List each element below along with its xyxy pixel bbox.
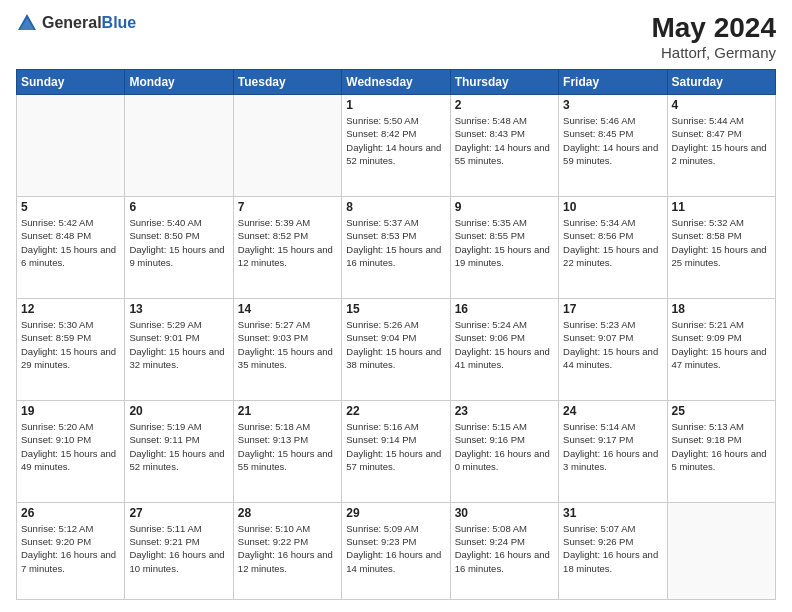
- cell-3-1: 20Sunrise: 5:19 AM Sunset: 9:11 PM Dayli…: [125, 400, 233, 502]
- cell-3-6: 25Sunrise: 5:13 AM Sunset: 9:18 PM Dayli…: [667, 400, 775, 502]
- cell-4-2: 28Sunrise: 5:10 AM Sunset: 9:22 PM Dayli…: [233, 502, 341, 599]
- day-number-31: 31: [563, 506, 662, 520]
- day-number-30: 30: [455, 506, 554, 520]
- day-info-24: Sunrise: 5:14 AM Sunset: 9:17 PM Dayligh…: [563, 420, 662, 473]
- cell-1-6: 11Sunrise: 5:32 AM Sunset: 8:58 PM Dayli…: [667, 196, 775, 298]
- cell-1-2: 7Sunrise: 5:39 AM Sunset: 8:52 PM Daylig…: [233, 196, 341, 298]
- cell-4-5: 31Sunrise: 5:07 AM Sunset: 9:26 PM Dayli…: [559, 502, 667, 599]
- day-number-18: 18: [672, 302, 771, 316]
- day-info-11: Sunrise: 5:32 AM Sunset: 8:58 PM Dayligh…: [672, 216, 771, 269]
- day-number-15: 15: [346, 302, 445, 316]
- day-info-3: Sunrise: 5:46 AM Sunset: 8:45 PM Dayligh…: [563, 114, 662, 167]
- col-monday: Monday: [125, 70, 233, 95]
- cell-3-5: 24Sunrise: 5:14 AM Sunset: 9:17 PM Dayli…: [559, 400, 667, 502]
- day-info-18: Sunrise: 5:21 AM Sunset: 9:09 PM Dayligh…: [672, 318, 771, 371]
- col-saturday: Saturday: [667, 70, 775, 95]
- col-thursday: Thursday: [450, 70, 558, 95]
- day-info-27: Sunrise: 5:11 AM Sunset: 9:21 PM Dayligh…: [129, 522, 228, 575]
- day-number-22: 22: [346, 404, 445, 418]
- day-number-20: 20: [129, 404, 228, 418]
- day-number-11: 11: [672, 200, 771, 214]
- week-row-3: 19Sunrise: 5:20 AM Sunset: 9:10 PM Dayli…: [17, 400, 776, 502]
- day-number-3: 3: [563, 98, 662, 112]
- day-number-13: 13: [129, 302, 228, 316]
- day-number-5: 5: [21, 200, 120, 214]
- day-info-17: Sunrise: 5:23 AM Sunset: 9:07 PM Dayligh…: [563, 318, 662, 371]
- day-info-7: Sunrise: 5:39 AM Sunset: 8:52 PM Dayligh…: [238, 216, 337, 269]
- cell-0-3: 1Sunrise: 5:50 AM Sunset: 8:42 PM Daylig…: [342, 95, 450, 197]
- day-number-7: 7: [238, 200, 337, 214]
- cell-3-3: 22Sunrise: 5:16 AM Sunset: 9:14 PM Dayli…: [342, 400, 450, 502]
- cell-1-5: 10Sunrise: 5:34 AM Sunset: 8:56 PM Dayli…: [559, 196, 667, 298]
- cell-1-1: 6Sunrise: 5:40 AM Sunset: 8:50 PM Daylig…: [125, 196, 233, 298]
- logo-icon: [16, 12, 38, 34]
- day-number-10: 10: [563, 200, 662, 214]
- day-number-27: 27: [129, 506, 228, 520]
- day-info-28: Sunrise: 5:10 AM Sunset: 9:22 PM Dayligh…: [238, 522, 337, 575]
- cell-2-0: 12Sunrise: 5:30 AM Sunset: 8:59 PM Dayli…: [17, 298, 125, 400]
- day-number-19: 19: [21, 404, 120, 418]
- day-info-13: Sunrise: 5:29 AM Sunset: 9:01 PM Dayligh…: [129, 318, 228, 371]
- logo-general: GeneralBlue: [42, 14, 136, 32]
- cell-4-6: [667, 502, 775, 599]
- day-number-1: 1: [346, 98, 445, 112]
- day-info-14: Sunrise: 5:27 AM Sunset: 9:03 PM Dayligh…: [238, 318, 337, 371]
- day-number-21: 21: [238, 404, 337, 418]
- day-number-24: 24: [563, 404, 662, 418]
- title-month: May 2024: [651, 12, 776, 44]
- title-location: Hattorf, Germany: [651, 44, 776, 61]
- day-number-14: 14: [238, 302, 337, 316]
- day-info-22: Sunrise: 5:16 AM Sunset: 9:14 PM Dayligh…: [346, 420, 445, 473]
- logo: GeneralBlue: [16, 12, 136, 34]
- day-number-4: 4: [672, 98, 771, 112]
- day-number-17: 17: [563, 302, 662, 316]
- day-number-9: 9: [455, 200, 554, 214]
- page: GeneralBlue May 2024 Hattorf, Germany Su…: [0, 0, 792, 612]
- day-number-29: 29: [346, 506, 445, 520]
- day-info-2: Sunrise: 5:48 AM Sunset: 8:43 PM Dayligh…: [455, 114, 554, 167]
- day-info-10: Sunrise: 5:34 AM Sunset: 8:56 PM Dayligh…: [563, 216, 662, 269]
- cell-3-4: 23Sunrise: 5:15 AM Sunset: 9:16 PM Dayli…: [450, 400, 558, 502]
- day-info-20: Sunrise: 5:19 AM Sunset: 9:11 PM Dayligh…: [129, 420, 228, 473]
- day-info-25: Sunrise: 5:13 AM Sunset: 9:18 PM Dayligh…: [672, 420, 771, 473]
- day-info-26: Sunrise: 5:12 AM Sunset: 9:20 PM Dayligh…: [21, 522, 120, 575]
- day-info-30: Sunrise: 5:08 AM Sunset: 9:24 PM Dayligh…: [455, 522, 554, 575]
- day-info-29: Sunrise: 5:09 AM Sunset: 9:23 PM Dayligh…: [346, 522, 445, 575]
- cell-2-2: 14Sunrise: 5:27 AM Sunset: 9:03 PM Dayli…: [233, 298, 341, 400]
- col-wednesday: Wednesday: [342, 70, 450, 95]
- cell-0-1: [125, 95, 233, 197]
- day-number-16: 16: [455, 302, 554, 316]
- cell-0-5: 3Sunrise: 5:46 AM Sunset: 8:45 PM Daylig…: [559, 95, 667, 197]
- day-number-25: 25: [672, 404, 771, 418]
- col-sunday: Sunday: [17, 70, 125, 95]
- col-tuesday: Tuesday: [233, 70, 341, 95]
- col-friday: Friday: [559, 70, 667, 95]
- cell-0-4: 2Sunrise: 5:48 AM Sunset: 8:43 PM Daylig…: [450, 95, 558, 197]
- week-row-4: 26Sunrise: 5:12 AM Sunset: 9:20 PM Dayli…: [17, 502, 776, 599]
- calendar-table: Sunday Monday Tuesday Wednesday Thursday…: [16, 69, 776, 600]
- day-info-9: Sunrise: 5:35 AM Sunset: 8:55 PM Dayligh…: [455, 216, 554, 269]
- day-number-2: 2: [455, 98, 554, 112]
- title-block: May 2024 Hattorf, Germany: [651, 12, 776, 61]
- cell-0-0: [17, 95, 125, 197]
- cell-2-3: 15Sunrise: 5:26 AM Sunset: 9:04 PM Dayli…: [342, 298, 450, 400]
- day-info-4: Sunrise: 5:44 AM Sunset: 8:47 PM Dayligh…: [672, 114, 771, 167]
- day-number-12: 12: [21, 302, 120, 316]
- day-info-23: Sunrise: 5:15 AM Sunset: 9:16 PM Dayligh…: [455, 420, 554, 473]
- header: GeneralBlue May 2024 Hattorf, Germany: [16, 12, 776, 61]
- cell-4-4: 30Sunrise: 5:08 AM Sunset: 9:24 PM Dayli…: [450, 502, 558, 599]
- cell-0-2: [233, 95, 341, 197]
- cell-2-1: 13Sunrise: 5:29 AM Sunset: 9:01 PM Dayli…: [125, 298, 233, 400]
- day-info-19: Sunrise: 5:20 AM Sunset: 9:10 PM Dayligh…: [21, 420, 120, 473]
- cell-3-0: 19Sunrise: 5:20 AM Sunset: 9:10 PM Dayli…: [17, 400, 125, 502]
- day-info-1: Sunrise: 5:50 AM Sunset: 8:42 PM Dayligh…: [346, 114, 445, 167]
- cell-4-0: 26Sunrise: 5:12 AM Sunset: 9:20 PM Dayli…: [17, 502, 125, 599]
- day-info-5: Sunrise: 5:42 AM Sunset: 8:48 PM Dayligh…: [21, 216, 120, 269]
- cell-4-3: 29Sunrise: 5:09 AM Sunset: 9:23 PM Dayli…: [342, 502, 450, 599]
- cell-1-4: 9Sunrise: 5:35 AM Sunset: 8:55 PM Daylig…: [450, 196, 558, 298]
- day-info-31: Sunrise: 5:07 AM Sunset: 9:26 PM Dayligh…: [563, 522, 662, 575]
- cell-2-6: 18Sunrise: 5:21 AM Sunset: 9:09 PM Dayli…: [667, 298, 775, 400]
- cell-2-5: 17Sunrise: 5:23 AM Sunset: 9:07 PM Dayli…: [559, 298, 667, 400]
- day-number-28: 28: [238, 506, 337, 520]
- week-row-2: 12Sunrise: 5:30 AM Sunset: 8:59 PM Dayli…: [17, 298, 776, 400]
